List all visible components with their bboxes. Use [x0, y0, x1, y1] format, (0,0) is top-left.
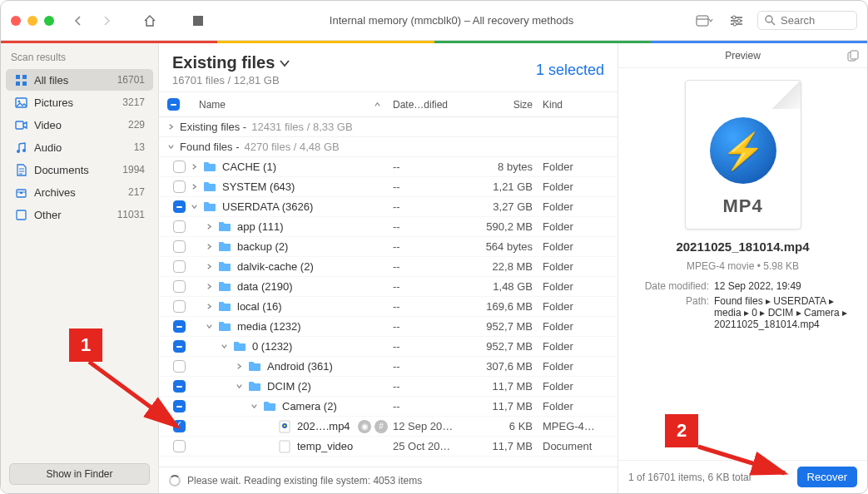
folder-icon: [202, 181, 217, 192]
row-checkbox[interactable]: [173, 180, 186, 193]
sidebar-item-pictures[interactable]: Pictures3217: [6, 91, 153, 113]
eye-icon[interactable]: ◉: [358, 420, 371, 433]
row-checkbox[interactable]: [173, 161, 186, 173]
back-button[interactable]: [67, 11, 89, 31]
column-kind[interactable]: Kind: [543, 99, 618, 111]
hash-icon[interactable]: #: [374, 420, 388, 433]
maximize-icon[interactable]: [44, 16, 54, 26]
settings-button[interactable]: [726, 11, 747, 31]
column-size[interactable]: Size: [476, 99, 543, 111]
chevron-icon[interactable]: [206, 283, 217, 290]
row-date: --: [393, 360, 476, 373]
file-row[interactable]: app (111)--590,2 MBFolder: [159, 217, 618, 237]
file-row[interactable]: 0 (1232)--952,7 MBFolder: [159, 337, 618, 357]
file-browser: Existing files 16701 files / 12,81 GB 1 …: [159, 43, 618, 493]
row-checkbox[interactable]: [173, 200, 186, 213]
file-row[interactable]: data (2190)--1,48 GBFolder: [159, 277, 618, 297]
chevron-icon[interactable]: [250, 403, 262, 410]
chevron-icon[interactable]: [191, 183, 202, 190]
view-options-button[interactable]: [694, 11, 716, 31]
chevron-icon[interactable]: [206, 323, 217, 330]
row-checkbox[interactable]: [173, 260, 186, 273]
search-input[interactable]: [781, 14, 847, 27]
copy-icon[interactable]: [847, 50, 859, 62]
folder-icon: [247, 361, 262, 372]
row-checkbox[interactable]: [173, 440, 186, 452]
file-row[interactable]: backup (2)--564 bytesFolder: [159, 237, 618, 257]
row-size: 952,7 MB: [476, 320, 543, 333]
chevron-icon[interactable]: [221, 343, 232, 350]
stop-button[interactable]: [187, 11, 209, 31]
row-size: 11,7 MB: [476, 400, 543, 412]
file-row[interactable]: temp_video25 Oct 20…11,7 MBDocument: [159, 437, 618, 457]
chevron-icon[interactable]: [191, 163, 202, 170]
row-size: 590,2 MB: [476, 220, 543, 233]
sidebar-item-audio[interactable]: Audio13: [6, 136, 153, 158]
row-size: 3,27 GB: [476, 200, 543, 213]
file-row[interactable]: 202….mp4◉#12 Sep 20…6 KBMPEG-4…: [159, 417, 618, 437]
preview-filename: 20211025_181014.mp4: [676, 240, 809, 254]
row-date: --: [393, 340, 476, 353]
file-row[interactable]: local (16)--169,6 MBFolder: [159, 297, 618, 317]
row-kind: Folder: [543, 300, 618, 313]
forward-button[interactable]: [96, 11, 117, 31]
file-section[interactable]: Existing files - 12431 files / 8,33 GB: [159, 117, 618, 137]
sidebar-item-count: 11031: [117, 209, 145, 220]
row-checkbox[interactable]: [173, 320, 186, 333]
sidebar-item-label: Video: [34, 119, 122, 131]
select-all-checkbox[interactable]: [167, 98, 180, 111]
sidebar-item-all-files[interactable]: All files16701: [6, 69, 153, 91]
file-row[interactable]: Camera (2)--11,7 MBFolder: [159, 397, 618, 417]
file-row[interactable]: dalvik-cache (2)--22,8 MBFolder: [159, 257, 618, 277]
sidebar-item-count: 1994: [122, 164, 145, 175]
doc-icon: [14, 163, 27, 176]
file-row[interactable]: USERDATA (3626)--3,27 GBFolder: [159, 197, 618, 217]
search-field[interactable]: [757, 11, 857, 30]
chevron-icon[interactable]: [236, 383, 247, 390]
recover-button[interactable]: Recover: [797, 467, 857, 487]
section-title[interactable]: Existing files: [172, 53, 536, 72]
row-checkbox[interactable]: [173, 400, 186, 412]
folder-icon: [217, 261, 232, 272]
row-checkbox[interactable]: [173, 380, 186, 393]
row-name: 202….mp4: [292, 420, 358, 432]
minimize-icon[interactable]: [27, 16, 37, 26]
row-name: media (1232): [232, 320, 393, 333]
sidebar-item-documents[interactable]: Documents1994: [6, 159, 153, 180]
file-row[interactable]: media (1232)--952,7 MBFolder: [159, 317, 618, 337]
column-header: Name Date…dified Size Kind: [159, 92, 618, 117]
file-list[interactable]: Existing files - 12431 files / 8,33 GB F…: [159, 117, 618, 467]
file-row[interactable]: Android (361)--307,6 MBFolder: [159, 357, 618, 377]
row-checkbox[interactable]: [173, 360, 186, 373]
row-checkbox[interactable]: [173, 220, 186, 233]
sidebar-item-archives[interactable]: Archives217: [6, 181, 153, 203]
file-row[interactable]: DCIM (2)--11,7 MBFolder: [159, 377, 618, 397]
sidebar-item-video[interactable]: Video229: [6, 114, 153, 136]
chevron-icon[interactable]: [206, 243, 217, 250]
file-row[interactable]: CACHE (1)--8 bytesFolder: [159, 157, 618, 177]
row-checkbox[interactable]: [173, 340, 186, 353]
folder-icon: [262, 401, 277, 412]
show-in-finder-button[interactable]: Show in Finder: [9, 463, 150, 485]
chevron-icon[interactable]: [191, 203, 202, 210]
sidebar-item-other[interactable]: Other11031: [6, 204, 153, 225]
home-button[interactable]: [139, 11, 161, 31]
preview-property: Path:Found files ▸ USERDATA ▸ media ▸ 0 …: [635, 295, 851, 330]
folder-icon: [202, 161, 217, 172]
chevron-icon[interactable]: [206, 223, 217, 230]
row-kind: Folder: [543, 380, 618, 393]
row-checkbox[interactable]: [173, 420, 186, 432]
chevron-icon[interactable]: [206, 263, 217, 270]
row-checkbox[interactable]: [173, 300, 186, 313]
column-date[interactable]: Date…dified: [393, 99, 476, 111]
close-icon[interactable]: [11, 16, 21, 26]
column-name[interactable]: Name: [191, 99, 393, 111]
row-kind: Folder: [543, 260, 618, 273]
row-kind: MPEG-4…: [543, 420, 618, 432]
chevron-icon[interactable]: [206, 303, 217, 310]
file-section[interactable]: Found files - 4270 files / 4,48 GB: [159, 137, 618, 157]
file-row[interactable]: SYSTEM (643)--1,21 GBFolder: [159, 177, 618, 197]
row-checkbox[interactable]: [173, 280, 186, 293]
row-checkbox[interactable]: [173, 240, 186, 253]
chevron-icon[interactable]: [236, 363, 247, 370]
